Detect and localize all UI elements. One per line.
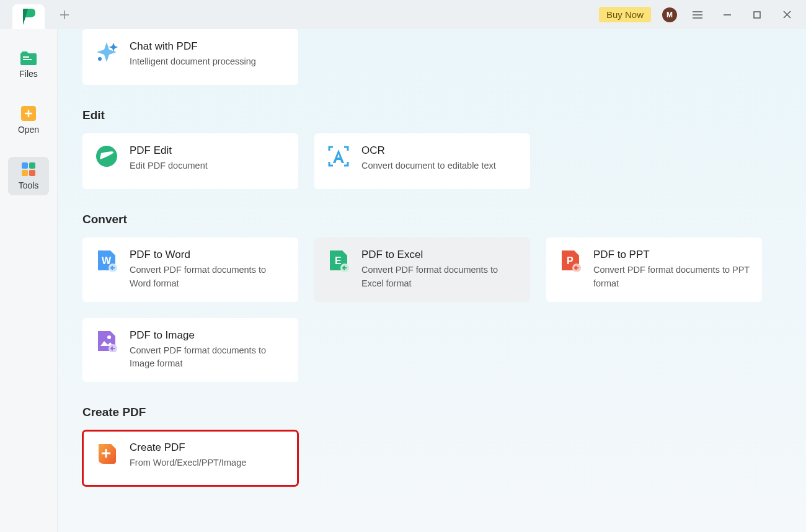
sidebar-label: Tools	[19, 180, 39, 190]
top-card-row: Chat with PDF Intelligent document proce…	[82, 29, 781, 85]
svg-rect-1	[23, 56, 29, 58]
content-area: Files Open Tools	[0, 29, 806, 532]
card-text: Create PDF From Word/Execl/PPT/Image	[130, 441, 286, 470]
card-pdf-edit[interactable]: PDF Edit Edit PDF document	[82, 133, 298, 189]
card-title: PDF to Excel	[361, 249, 518, 261]
card-desc: Convert PDF format documents to Image fo…	[130, 344, 286, 371]
svg-rect-6	[22, 170, 28, 176]
titlebar-left	[5, 0, 76, 29]
convert-cards: W PDF to Word Convert PDF format documen…	[82, 237, 781, 382]
buy-now-button[interactable]: Buy Now	[599, 7, 651, 22]
tools-icon	[21, 162, 36, 177]
card-title: PDF to PPT	[593, 249, 750, 261]
card-text: PDF to PPT Convert PDF format documents …	[593, 249, 750, 291]
create-pdf-icon	[95, 441, 118, 465]
ppt-icon: P	[559, 249, 582, 272]
svg-text:W: W	[102, 255, 112, 266]
card-title: Create PDF	[130, 441, 286, 454]
sidebar-item-open[interactable]: Open	[8, 101, 49, 140]
app-logo-icon	[22, 9, 35, 25]
card-desc: Convert PDF format documents to PPT form…	[593, 264, 750, 291]
sidebar-label: Files	[19, 69, 38, 79]
card-text: PDF Edit Edit PDF document	[130, 144, 286, 173]
card-title: PDF Edit	[130, 144, 286, 157]
menu-button[interactable]	[688, 6, 707, 24]
section-title-edit: Edit	[82, 109, 781, 122]
card-pdf-to-image[interactable]: PDF to Image Convert PDF format document…	[82, 318, 298, 383]
minimize-icon	[723, 11, 732, 19]
card-title: PDF to Image	[130, 329, 286, 342]
titlebar: Buy Now M	[0, 0, 806, 29]
svg-rect-7	[29, 170, 35, 176]
sidebar: Files Open Tools	[0, 29, 58, 532]
card-desc: Edit PDF document	[130, 159, 286, 173]
word-icon: W	[95, 249, 118, 272]
card-title: PDF to Word	[130, 249, 286, 261]
section-title-convert: Convert	[82, 213, 781, 226]
create-cards: Create PDF From Word/Execl/PPT/Image	[82, 430, 781, 486]
sidebar-label: Open	[18, 125, 39, 135]
user-avatar[interactable]: M	[662, 7, 677, 22]
card-desc: Convert document to editable text	[361, 159, 518, 173]
card-desc: Intelligent document processing	[130, 55, 286, 69]
card-pdf-to-ppt[interactable]: P PDF to PPT Convert PDF format document…	[546, 237, 762, 302]
hamburger-icon	[693, 11, 702, 19]
open-icon	[21, 106, 36, 121]
card-text: PDF to Word Convert PDF format documents…	[130, 249, 286, 291]
maximize-button[interactable]	[748, 6, 766, 24]
image-icon	[95, 329, 118, 353]
sidebar-item-tools[interactable]: Tools	[8, 157, 49, 195]
card-text: OCR Convert document to editable text	[361, 144, 518, 173]
svg-point-8	[98, 57, 102, 61]
files-icon	[20, 51, 37, 65]
card-title: OCR	[361, 144, 518, 157]
card-pdf-to-excel[interactable]: E PDF to Excel Convert PDF format docume…	[314, 237, 530, 302]
card-desc: From Word/Execl/PPT/Image	[130, 456, 286, 470]
pdf-edit-icon	[95, 144, 118, 168]
svg-text:E: E	[335, 255, 342, 266]
card-text: Chat with PDF Intelligent document proce…	[130, 40, 286, 69]
svg-rect-4	[22, 162, 28, 169]
sidebar-item-files[interactable]: Files	[8, 47, 49, 84]
excel-icon: E	[327, 249, 350, 272]
minimize-button[interactable]	[718, 6, 737, 24]
card-desc: Convert PDF format documents to Excel fo…	[361, 264, 518, 291]
chat-pdf-icon	[95, 40, 118, 64]
ocr-icon	[327, 144, 350, 168]
plus-icon	[60, 10, 69, 20]
card-ocr[interactable]: OCR Convert document to editable text	[314, 133, 530, 189]
svg-rect-2	[23, 59, 32, 60]
card-desc: Convert PDF format documents to Word for…	[130, 264, 286, 291]
section-title-create: Create PDF	[82, 406, 781, 419]
titlebar-right: Buy Now M	[599, 6, 801, 24]
close-icon	[783, 11, 791, 19]
card-create-pdf[interactable]: Create PDF From Word/Execl/PPT/Image	[82, 430, 298, 486]
card-text: PDF to Excel Convert PDF format document…	[361, 249, 518, 291]
card-pdf-to-word[interactable]: W PDF to Word Convert PDF format documen…	[82, 237, 298, 302]
maximize-icon	[753, 11, 761, 19]
svg-text:P: P	[567, 255, 574, 266]
main-panel: Chat with PDF Intelligent document proce…	[58, 29, 806, 532]
app-tab[interactable]	[12, 4, 45, 29]
card-title: Chat with PDF	[130, 40, 286, 53]
svg-rect-0	[754, 12, 760, 18]
svg-rect-5	[29, 162, 35, 169]
card-chat-with-pdf[interactable]: Chat with PDF Intelligent document proce…	[82, 29, 298, 85]
close-button[interactable]	[777, 6, 796, 24]
card-text: PDF to Image Convert PDF format document…	[130, 329, 286, 371]
svg-point-16	[107, 335, 111, 339]
new-tab-button[interactable]	[53, 4, 76, 26]
edit-cards: PDF Edit Edit PDF document OCR Convert d…	[82, 133, 781, 189]
